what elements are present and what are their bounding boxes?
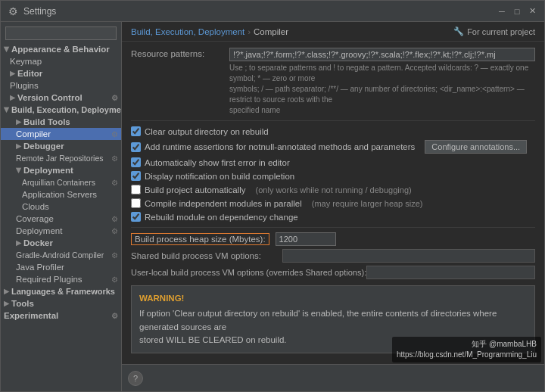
sidebar-label: Required Plugins bbox=[16, 275, 83, 284]
checkbox-clear-output: Clear output directory on rebuild bbox=[131, 126, 535, 137]
sidebar-item-java-profiler[interactable]: Java Profiler bbox=[1, 261, 121, 273]
arrow-icon: ▶ bbox=[3, 47, 11, 52]
sidebar-label: Java Profiler bbox=[16, 263, 64, 272]
arrow-icon: ▶ bbox=[16, 118, 21, 126]
sidebar-item-experimental[interactable]: Experimental ⚙ bbox=[1, 310, 121, 322]
checkbox-clear-output-input[interactable] bbox=[131, 126, 141, 136]
project-icon: 🔧 bbox=[453, 26, 464, 36]
breadcrumb-right-label: For current project bbox=[467, 27, 535, 36]
window-controls: ─ □ ✕ bbox=[496, 5, 538, 17]
sidebar-item-debugger[interactable]: ▶ Debugger bbox=[1, 140, 121, 152]
minimize-button[interactable]: ─ bbox=[496, 5, 508, 17]
badge: ⚙ bbox=[111, 251, 118, 260]
sidebar-label: Deployment bbox=[16, 226, 62, 235]
sidebar-label: Build Tools bbox=[23, 117, 70, 126]
sidebar-item-appearance[interactable]: ▶ Appearance & Behavior bbox=[1, 43, 121, 55]
sidebar-item-deployment[interactable]: ▶ Deployment bbox=[1, 164, 121, 176]
checkbox-label: Compile independent modules in parallel bbox=[145, 199, 302, 208]
sidebar-item-docker[interactable]: ▶ Docker bbox=[1, 237, 121, 249]
watermark-line1: 知乎 @mambaLHB bbox=[397, 339, 537, 350]
sidebar-item-compiler[interactable]: Compiler ⚙ bbox=[1, 128, 121, 140]
sidebar-label: Experimental bbox=[4, 311, 58, 320]
search-input[interactable] bbox=[5, 26, 117, 40]
settings-window: ⚙ Settings ─ □ ✕ ▶ Appearance & Behavior… bbox=[0, 0, 545, 392]
arrow-icon: ▶ bbox=[4, 288, 9, 295]
sidebar-item-coverage[interactable]: Coverage ⚙ bbox=[1, 213, 121, 225]
checkbox-display-notification-input[interactable] bbox=[131, 171, 141, 181]
badge: ⚙ bbox=[111, 275, 118, 284]
checkbox-label: Build project automatically bbox=[145, 185, 246, 194]
checkbox-label: Rebuild module on dependency change bbox=[145, 213, 298, 222]
sidebar-label: Keymap bbox=[10, 57, 42, 66]
shared-vm-label: Shared build process VM options: bbox=[131, 251, 282, 260]
breadcrumb: Build, Execution, Deployment › Compiler … bbox=[122, 22, 544, 42]
arrow-icon: ▶ bbox=[16, 142, 21, 150]
heap-label: Build process heap size (Mbytes): bbox=[131, 233, 269, 245]
checkbox-auto-show: Automatically show first error in editor bbox=[131, 157, 535, 168]
sidebar-label: Arquillian Containers bbox=[22, 178, 95, 187]
sidebar-label: Application Servers bbox=[22, 190, 97, 199]
checkbox-rebuild-module-input[interactable] bbox=[131, 212, 141, 222]
sidebar-item-version-control[interactable]: ▶ Version Control ⚙ bbox=[1, 92, 121, 104]
heap-input[interactable] bbox=[276, 232, 336, 246]
bottom-bar: ? bbox=[122, 364, 544, 391]
sidebar-item-editor[interactable]: ▶ Editor bbox=[1, 67, 121, 79]
checkbox-build-project: Build project automatically (only works … bbox=[131, 184, 535, 195]
badge: ⚙ bbox=[111, 312, 118, 320]
badge: ⚙ bbox=[111, 154, 118, 163]
sidebar-item-build[interactable]: ▶ Build, Execution, Deployment bbox=[1, 104, 121, 116]
checkbox-compile-independent-input[interactable] bbox=[131, 198, 141, 208]
maximize-button[interactable]: □ bbox=[511, 5, 523, 17]
app-icon: ⚙ bbox=[7, 5, 19, 17]
sidebar-label: Deployment bbox=[23, 166, 73, 175]
help-button[interactable]: ? bbox=[128, 371, 143, 386]
sidebar-label: Appearance & Behavior bbox=[11, 45, 110, 54]
user-vm-input[interactable] bbox=[366, 266, 535, 279]
sidebar-item-plugins[interactable]: Plugins bbox=[1, 79, 121, 92]
resource-input[interactable] bbox=[229, 48, 535, 61]
sidebar-item-build-tools[interactable]: ▶ Build Tools bbox=[1, 116, 121, 128]
sidebar-item-tools[interactable]: ▶ Tools bbox=[1, 297, 121, 310]
shared-vm-input[interactable] bbox=[282, 249, 535, 263]
badge: ⚙ bbox=[111, 227, 118, 235]
checkbox-label: Automatically show first error in editor bbox=[145, 158, 290, 167]
user-vm-row: User-local build process VM options (ove… bbox=[131, 266, 535, 279]
checkbox-note: (may require larger heap size) bbox=[312, 199, 423, 208]
sidebar-label: Docker bbox=[23, 238, 53, 247]
badge: ⚙ bbox=[111, 215, 118, 223]
checkbox-build-project-input[interactable] bbox=[131, 185, 141, 194]
resource-label: Resource patterns: bbox=[131, 48, 229, 58]
configure-annotations-button[interactable]: Configure annotations... bbox=[425, 140, 527, 154]
badge: ⚙ bbox=[111, 94, 118, 102]
sidebar-item-required-plugins[interactable]: Required Plugins ⚙ bbox=[1, 273, 121, 285]
sidebar-label: Clouds bbox=[22, 202, 49, 211]
form-area: Resource patterns: Use ; to separate pat… bbox=[122, 42, 544, 364]
sidebar-label: Coverage bbox=[16, 214, 54, 223]
badge: ⚙ bbox=[111, 179, 118, 187]
close-button[interactable]: ✕ bbox=[526, 5, 538, 17]
sidebar-item-gradle-android[interactable]: Gradle-Android Compiler ⚙ bbox=[1, 249, 121, 261]
checkbox-label: Display notification on build completion bbox=[145, 172, 294, 181]
breadcrumb-part1[interactable]: Build, Execution, Deployment bbox=[131, 27, 244, 36]
sidebar-item-keymap[interactable]: Keymap bbox=[1, 55, 121, 67]
breadcrumb-part2: Compiler bbox=[254, 27, 288, 36]
sidebar-item-deployment2[interactable]: Deployment ⚙ bbox=[1, 225, 121, 237]
sidebar-item-arquillian[interactable]: Arquillian Containers ⚙ bbox=[1, 176, 121, 188]
sidebar-label: Gradle-Android Compiler bbox=[16, 250, 104, 260]
arrow-icon: ▶ bbox=[16, 239, 21, 247]
sidebar-label: Debugger bbox=[23, 142, 64, 151]
checkbox-add-runtime-input[interactable] bbox=[131, 142, 141, 152]
sidebar-label: Plugins bbox=[10, 81, 39, 90]
warning-title: WARNING! bbox=[139, 292, 527, 305]
sidebar-label: Editor bbox=[17, 69, 42, 78]
sidebar-item-app-servers[interactable]: Application Servers bbox=[1, 188, 121, 201]
sidebar-item-languages[interactable]: ▶ Languages & Frameworks bbox=[1, 285, 121, 297]
checkbox-display-notification: Display notification on build completion bbox=[131, 170, 535, 182]
checkbox-auto-show-input[interactable] bbox=[131, 157, 141, 167]
shared-vm-row: Shared build process VM options: bbox=[131, 249, 535, 263]
arrow-icon: ▶ bbox=[4, 300, 9, 307]
sidebar-item-remote-jar[interactable]: Remote Jar Repositories ⚙ bbox=[1, 152, 121, 164]
sidebar-item-clouds[interactable]: Clouds bbox=[1, 201, 121, 213]
arrow-icon: ▶ bbox=[3, 107, 11, 113]
badge: ⚙ bbox=[111, 130, 118, 138]
